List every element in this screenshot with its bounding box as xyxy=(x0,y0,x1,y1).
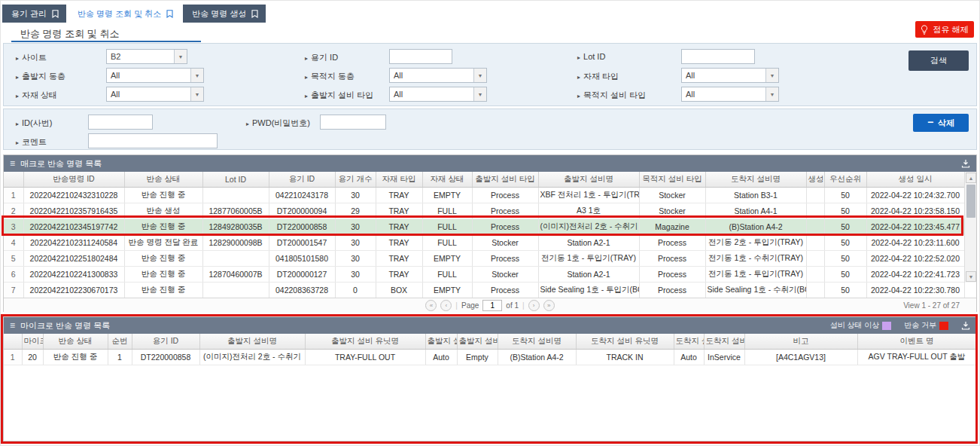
next-page-button[interactable]: › xyxy=(528,300,540,311)
table-cell: FULL xyxy=(422,203,472,218)
column-header[interactable]: 이벤트 명 xyxy=(857,334,976,349)
table-cell: 29 xyxy=(335,203,376,218)
table-cell: Side Sealing 1호 - 투입기(BOX) xyxy=(538,282,639,298)
column-header[interactable]: 용기 ID xyxy=(269,172,335,187)
table-row[interactable]: 520220422102251802484반송 진행 중041805101580… xyxy=(4,250,964,266)
header-row: 마이크로반송 상태순번용기 ID출발지 설비명출발지 설비 유닛명출발지 설출발… xyxy=(4,334,976,349)
page-of-label: of 1 xyxy=(506,301,519,310)
column-header[interactable]: 자재 타입 xyxy=(376,172,422,187)
table-cell: Stocker xyxy=(472,266,538,282)
table-cell: 전기동 1호 - 수취기(TRAY) xyxy=(705,250,806,266)
to-floor-select[interactable]: All▼ xyxy=(389,68,487,83)
table-row[interactable]: 220220422102357916435반송 생성12877060005BDT… xyxy=(4,203,964,218)
column-header[interactable]: 마이크로 xyxy=(22,334,43,349)
prev-page-button[interactable]: ‹ xyxy=(440,300,452,311)
tab-transfer-command-create[interactable]: 반송 명령 생성 xyxy=(183,5,266,23)
table-row[interactable]: 620220422102241300833반송 진행 중12870460007B… xyxy=(4,266,964,282)
column-header[interactable]: 출발지 설비 타입 xyxy=(472,172,538,187)
column-header[interactable]: 용기 개수 xyxy=(335,172,376,187)
column-header[interactable]: 순번 xyxy=(108,334,132,349)
column-header[interactable]: 반송 상태 xyxy=(43,334,108,349)
column-header[interactable]: 출발지 설비명 xyxy=(199,334,305,349)
column-header[interactable]: 목적지 설비 타입 xyxy=(639,172,705,187)
table-row[interactable]: 320220422102345197742반송 진행 중12849280035B… xyxy=(4,218,964,234)
scroll-down-icon[interactable]: ▼ xyxy=(966,271,976,282)
table-cell: Process xyxy=(472,250,538,266)
tab-transfer-command-query-cancel[interactable]: 반송 명령 조회 및 취소 xyxy=(68,5,181,23)
from-equip-type-select[interactable]: All▼ xyxy=(389,87,487,102)
table-cell: DT220000858 xyxy=(132,349,199,365)
table-cell: 전기동 2호 - 투입기(TRAY) xyxy=(705,234,806,250)
micro-grid-title: 마이크로 반송 명령 목록 xyxy=(20,320,110,331)
table-cell: 2022-04-22 10:22:41.723 xyxy=(866,266,964,282)
site-select[interactable]: B2▼ xyxy=(106,49,187,64)
occupy-release-button[interactable]: 점유 해제 xyxy=(915,21,974,38)
table-cell: 20220422102230670173 xyxy=(23,282,124,298)
column-header[interactable]: 우선순위 xyxy=(824,172,866,187)
column-header[interactable]: 생성 일시 xyxy=(866,172,964,187)
table-cell: Auto xyxy=(674,349,704,365)
delete-button[interactable]: − 삭제 xyxy=(913,114,969,132)
vertical-scrollbar[interactable]: ▲ ▼ xyxy=(964,172,976,283)
chevron-down-icon: ▼ xyxy=(765,69,778,82)
column-header[interactable]: 용기 ID xyxy=(132,334,199,349)
column-header[interactable]: 자재 상태 xyxy=(422,172,472,187)
table-cell: TRACK IN xyxy=(576,349,674,365)
column-header[interactable]: 도착지 설비 xyxy=(704,334,744,349)
first-page-button[interactable]: « xyxy=(425,300,437,311)
scrollbar-thumb[interactable] xyxy=(966,185,975,218)
column-header[interactable]: 반송 상태 xyxy=(124,172,202,187)
auth-panel: ▸ID(사번) ▸코멘트 ▸PWD(비밀번호) − 삭제 xyxy=(3,108,977,150)
download-icon[interactable] xyxy=(961,321,970,330)
column-header[interactable]: 도착지 설비명 xyxy=(705,172,806,187)
material-state-select[interactable]: All▼ xyxy=(106,87,204,102)
table-cell: TRAY xyxy=(376,266,422,282)
download-icon[interactable] xyxy=(961,159,970,168)
table-row[interactable]: 120220422102432310228반송 진행 중042210243178… xyxy=(4,187,964,203)
table-cell: Process xyxy=(639,234,705,250)
list-icon: ≡ xyxy=(10,158,15,169)
table-cell xyxy=(806,203,824,218)
column-header[interactable]: 도착지 설 xyxy=(674,334,704,349)
column-header[interactable]: 반송명령 ID xyxy=(23,172,124,187)
column-header[interactable]: 출발지 설비 xyxy=(457,334,498,349)
lot-id-input[interactable] xyxy=(681,49,755,64)
pwd-input[interactable] xyxy=(320,115,386,130)
container-id-input[interactable] xyxy=(389,49,452,64)
last-page-button[interactable]: » xyxy=(543,300,555,311)
table-row[interactable]: 420220422102311240584반송 명령 전달 완료12829000… xyxy=(4,234,964,250)
table-cell: 20220422102251802484 xyxy=(23,250,124,266)
scroll-up-icon[interactable]: ▲ xyxy=(966,173,976,183)
table-row[interactable]: 720220422102230670173반송 진행 중042208363728… xyxy=(4,282,964,298)
search-button[interactable]: 검색 xyxy=(908,50,969,71)
column-header[interactable]: 생성자 xyxy=(806,172,824,187)
column-header[interactable]: 비고 xyxy=(744,334,857,349)
tab-label: 반송 명령 생성 xyxy=(192,8,246,20)
column-header[interactable]: 도착지 설비명 xyxy=(498,334,576,349)
from-floor-select[interactable]: All▼ xyxy=(106,68,204,83)
table-cell: 50 xyxy=(824,266,866,282)
column-header[interactable]: 출발지 설 xyxy=(425,334,457,349)
comment-input[interactable] xyxy=(88,133,218,148)
tab-container-management[interactable]: 용기 관리 xyxy=(2,5,66,23)
table-cell: 12849280035B xyxy=(202,218,269,234)
id-input[interactable] xyxy=(88,115,153,130)
material-type-select[interactable]: All▼ xyxy=(681,68,779,83)
column-header[interactable]: Lot ID xyxy=(202,172,269,187)
to-equip-type-select[interactable]: All▼ xyxy=(681,87,779,102)
table-row[interactable]: 120반송 진행 중1DT220000858(이미지)전처리 2호 - 수취기T… xyxy=(4,349,976,365)
rownum-cell: 1 xyxy=(4,187,23,203)
macro-command-grid: ≡ 매크로 반송 명령 목록 반송명령 ID반송 상태Lot ID용기 ID용기… xyxy=(3,154,977,312)
pagination-bar: « ‹ | Page of 1 | › » View 1 - 27 of 27 xyxy=(4,298,976,313)
column-header[interactable]: 도착지 설비 유닛명 xyxy=(576,334,674,349)
column-header[interactable]: 출발지 설비명 xyxy=(538,172,639,187)
table-cell: 20220422102311240584 xyxy=(23,234,124,250)
table-cell: [A4C1AGV13] xyxy=(744,349,857,365)
micro-command-grid: ≡ 마이크로 반송 명령 목록 설비 상태 이상 반송 거부 마이크로반송 상태… xyxy=(3,316,977,441)
chevron-down-icon: ▼ xyxy=(190,69,203,82)
chevron-down-icon: ▼ xyxy=(174,50,187,63)
page-number-input[interactable] xyxy=(482,300,502,311)
column-header[interactable]: 출발지 설비 유닛명 xyxy=(305,334,425,349)
minus-icon: − xyxy=(927,116,933,128)
table-cell: 50 xyxy=(824,282,866,298)
